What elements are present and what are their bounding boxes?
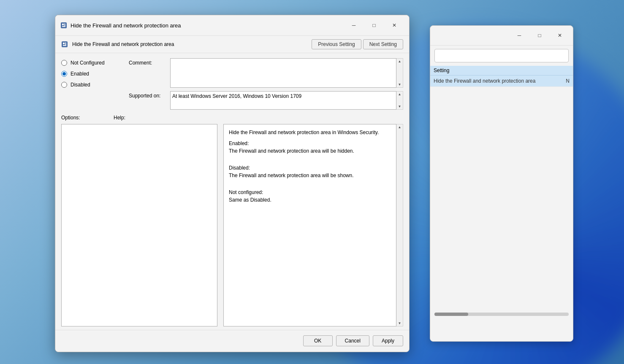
help-enabled-text: The Firewall and network protection area… — [229, 147, 391, 155]
dialog-title-icon — [60, 22, 67, 29]
supported-scrollbar[interactable]: ▲ ▼ — [396, 91, 403, 110]
radio-enabled-circle — [61, 71, 67, 77]
help-intro: Hide the Firewall and network protection… — [229, 129, 391, 136]
svg-rect-3 — [64, 25, 65, 26]
radio-enabled[interactable]: Enabled — [61, 71, 120, 77]
bg-scrollbar[interactable] — [434, 313, 569, 316]
bg-window-titlebar: ─ □ ✕ — [430, 26, 573, 46]
svg-rect-6 — [63, 43, 65, 44]
supported-row: Supported on: ▲ ▼ — [129, 91, 403, 110]
dialog-titlebar: Hide the Firewall and network protection… — [55, 15, 409, 36]
supported-textarea-wrap: ▲ ▼ — [170, 91, 403, 110]
radio-enabled-label: Enabled — [71, 71, 89, 77]
supported-label: Supported on: — [129, 91, 167, 99]
bg-close-button[interactable]: ✕ — [550, 29, 570, 42]
svg-rect-7 — [65, 43, 66, 43]
dialog-minimize-button[interactable]: ─ — [344, 19, 364, 31]
help-disabled-section: Disabled: The Firewall and network prote… — [229, 164, 391, 179]
options-panel — [61, 124, 217, 326]
options-help-panels: Hide the Firewall and network protection… — [55, 122, 409, 330]
radio-disabled-label: Disabled — [71, 82, 90, 88]
help-scroll-down[interactable]: ▼ — [398, 321, 402, 325]
comment-label: Comment: — [129, 58, 167, 66]
comment-scroll-up[interactable]: ▲ — [398, 59, 402, 63]
bg-list-item[interactable]: Hide the Firewall and network protection… — [430, 75, 573, 87]
next-setting-button[interactable]: Next Setting — [363, 39, 403, 49]
radio-disabled-circle — [61, 82, 67, 88]
dialog-form: Not Configured Enabled Disabled Comment: — [55, 53, 409, 113]
nav-buttons: Previous Setting Next Setting — [312, 39, 403, 49]
dialog-footer: OK Cancel Apply — [55, 330, 409, 351]
dialog-title: Hide the Firewall and network protection… — [71, 22, 341, 29]
bg-search-bar — [434, 49, 569, 62]
ok-button[interactable]: OK — [303, 335, 333, 346]
help-not-configured-heading: Not configured: — [229, 189, 391, 196]
right-column: Comment: ▲ ▼ Supported on: — [129, 58, 403, 110]
comment-textarea-wrap: ▲ ▼ — [170, 58, 403, 88]
radio-disabled[interactable]: Disabled — [61, 82, 120, 88]
supported-scroll-up[interactable]: ▲ — [398, 92, 402, 96]
bg-list-header: Setting — [430, 66, 573, 75]
prev-setting-button[interactable]: Previous Setting — [312, 39, 361, 49]
help-panel: Hide the Firewall and network protection… — [223, 124, 396, 326]
radio-options: Not Configured Enabled Disabled — [61, 58, 120, 110]
options-help-labels: Options: Help: — [55, 113, 409, 122]
bg-window-content: Setting Hide the Firewall and network pr… — [430, 49, 573, 87]
help-enabled-heading: Enabled: — [229, 140, 391, 147]
help-disabled-text: The Firewall and network protection area… — [229, 172, 391, 179]
subheader-title: Hide the Firewall and network protection… — [72, 41, 307, 47]
apply-button[interactable]: Apply — [373, 335, 403, 346]
help-not-configured-text: Same as Disabled. — [229, 196, 391, 204]
options-label: Options: — [61, 115, 108, 121]
bg-window-controls: ─ □ ✕ — [510, 29, 570, 42]
help-scrollbar[interactable]: ▲ ▼ — [396, 124, 403, 326]
subheader-icon — [61, 41, 68, 48]
comment-scrollbar[interactable]: ▲ ▼ — [396, 58, 403, 88]
radio-not-configured-circle — [61, 60, 67, 66]
help-panel-wrap: Hide the Firewall and network protection… — [223, 124, 403, 326]
dialog-subheader: Hide the Firewall and network protection… — [55, 36, 409, 53]
bg-maximize-button[interactable]: □ — [530, 29, 549, 42]
cancel-button[interactable]: Cancel — [336, 335, 369, 346]
bg-list-item-status: N — [566, 78, 570, 84]
svg-rect-9 — [63, 45, 66, 46]
main-dialog: Hide the Firewall and network protection… — [55, 15, 410, 352]
help-label: Help: — [114, 115, 125, 121]
svg-rect-4 — [62, 26, 65, 27]
bg-list-item-text: Hide the Firewall and network protection… — [434, 78, 535, 84]
comment-textarea[interactable] — [170, 58, 396, 88]
svg-rect-1 — [62, 24, 64, 25]
dialog-close-button[interactable]: ✕ — [385, 19, 404, 31]
help-enabled-section: Enabled: The Firewall and network protec… — [229, 140, 391, 155]
help-disabled-heading: Disabled: — [229, 164, 391, 172]
dialog-maximize-button[interactable]: □ — [364, 19, 384, 31]
supported-scroll-down[interactable]: ▼ — [398, 105, 402, 108]
supported-textarea[interactable] — [170, 91, 396, 110]
radio-not-configured-label: Not Configured — [71, 60, 105, 66]
comment-scroll-down[interactable]: ▼ — [398, 83, 402, 86]
dialog-window-controls: ─ □ ✕ — [344, 19, 404, 31]
help-not-configured-section: Not configured: Same as Disabled. — [229, 189, 391, 204]
bg-scrollbar-thumb — [434, 313, 468, 316]
radio-not-configured[interactable]: Not Configured — [61, 60, 120, 66]
svg-rect-8 — [65, 44, 66, 45]
help-scroll-up[interactable]: ▲ — [398, 125, 402, 129]
comment-row: Comment: ▲ ▼ — [129, 58, 403, 88]
bg-minimize-button[interactable]: ─ — [510, 29, 529, 42]
dialog-inner: Hide the Firewall and network protection… — [55, 36, 409, 351]
svg-rect-2 — [64, 24, 65, 24]
background-window: ─ □ ✕ Setting Hide the Firewall and netw… — [430, 25, 573, 342]
